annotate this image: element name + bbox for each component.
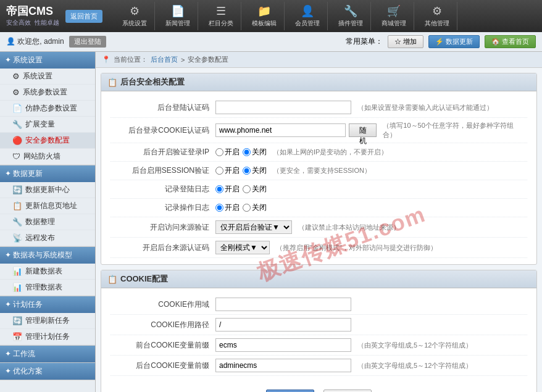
sidebar-section-workflow: ✦ 工作流 bbox=[0, 346, 95, 363]
main-container: ✦ 系统设置 ⚙ 系统设置 ⚙ 系统参数设置 📄 仿静态参数设置 🔧 扩展变量 … bbox=[0, 52, 542, 392]
op-log-close-label[interactable]: 关闭 bbox=[243, 202, 267, 213]
sidebar-section-header-scheduled[interactable]: ✦ 计划任务 bbox=[0, 296, 95, 313]
cookie-domain-input[interactable] bbox=[215, 298, 351, 311]
visit-verify-select[interactable]: 仅开启后台验证▼ bbox=[215, 220, 292, 234]
sidebar-section-data-update: ✦ 数据更新 🔄 数据更新中心 📋 更新信息页地址 🔧 数据整理 📡 远程发布 bbox=[0, 165, 95, 247]
sidebar-item-remote-publish[interactable]: 📡 远程发布 bbox=[0, 230, 95, 246]
form-row-session: 后台启用SESSION验证 开启 关闭 bbox=[110, 162, 527, 180]
login-log-open-label[interactable]: 开启 bbox=[215, 184, 240, 194]
template-icon: 📁 bbox=[257, 4, 271, 18]
update-button[interactable]: ⚡ 数据更新 bbox=[428, 35, 480, 48]
form-row-login-log: 记录登陆日志 开启 关闭 bbox=[110, 180, 527, 199]
top-header: 帝国CMS 安全高效 性能卓越 返回首页 ⚙ 系统设置 📄 新闻管理 ☰ 栏目分… bbox=[0, 0, 542, 32]
login-ip-close-radio[interactable] bbox=[243, 148, 251, 156]
shop-icon: 🛒 bbox=[387, 4, 401, 18]
origin-verify-select[interactable]: 全刚模式▼ bbox=[215, 241, 270, 254]
breadcrumb-home[interactable]: 后台首页 bbox=[151, 55, 178, 64]
form-row-login-verify: 后台登陆认证码 （如果设置登录需要输入此认证码才能通过） bbox=[110, 98, 527, 118]
op-log-open-radio[interactable] bbox=[215, 204, 223, 212]
sidebar-item-security-config[interactable]: 🔴 安全参数配置 bbox=[0, 133, 95, 149]
remote-publish-icon: 📡 bbox=[12, 233, 22, 243]
nav-item-columns[interactable]: ☰ 栏目分类 bbox=[201, 2, 241, 30]
login-log-close-radio[interactable] bbox=[243, 185, 251, 193]
sidebar-item-refresh-task[interactable]: 🔄 管理刷新任务 bbox=[0, 313, 95, 329]
sidebar-item-system-params[interactable]: ⚙ 系统参数设置 bbox=[0, 85, 95, 101]
login-verify-label: 后台登陆认证码 bbox=[117, 102, 215, 113]
form-row-backend-prefix: 后台COOKIE变量前缀 （由英文字母组成,5～12个字符组成） bbox=[110, 356, 527, 376]
logo-title: 帝国CMS bbox=[6, 5, 59, 19]
login-log-close-label[interactable]: 关闭 bbox=[243, 184, 267, 194]
login-ip-open-radio[interactable] bbox=[215, 148, 223, 156]
security-section-box: 📋 后台安全相关配置 后台登陆认证码 （如果设置登录需要输入此认证码才能通过） bbox=[101, 73, 537, 265]
security-section-content: 后台登陆认证码 （如果设置登录需要输入此认证码才能通过） 后台登录COOKIE认… bbox=[101, 91, 536, 264]
sidebar-section-header-system[interactable]: ✦ 系统设置 bbox=[0, 52, 95, 69]
session-close-radio[interactable] bbox=[243, 167, 251, 175]
sidebar-item-system-settings[interactable]: ⚙ 系统设置 bbox=[0, 69, 95, 85]
sidebar-item-ext-vars[interactable]: 🔧 扩展变量 bbox=[0, 117, 95, 133]
sidebar-section-header-data-model[interactable]: ✦ 数据表与系统模型 bbox=[0, 247, 95, 264]
cookie-verify-label: 后台登录COOKIE认证码 bbox=[117, 125, 215, 136]
login-log-radio-group: 开启 关闭 bbox=[215, 184, 267, 194]
login-ip-radio-group: 开启 关闭 bbox=[215, 147, 267, 157]
backend-prefix-input[interactable] bbox=[215, 359, 351, 372]
second-bar: 👤 欢迎您, admin 退出登陆 常用菜单： ☆ 增加 ⚡ 数据更新 🏠 查看… bbox=[0, 32, 542, 52]
backend-prefix-hint: （由英文字母组成,5～12个字符组成） bbox=[357, 361, 472, 370]
session-open-label[interactable]: 开启 bbox=[215, 165, 240, 176]
session-open-radio[interactable] bbox=[215, 167, 223, 175]
random-button[interactable]: 随机 bbox=[349, 123, 377, 137]
login-ip-close-label[interactable]: 关闭 bbox=[243, 147, 267, 157]
nav-icons: ⚙ 系统设置 📄 新闻管理 ☰ 栏目分类 📁 模板编辑 👤 会员管理 🔧 插件管… bbox=[115, 2, 457, 30]
nav-item-system[interactable]: ⚙ 系统设置 bbox=[115, 2, 155, 30]
origin-verify-label: 开启后台来源认证码 bbox=[117, 243, 215, 253]
new-table-icon: 📊 bbox=[12, 267, 22, 276]
op-log-control: 开启 关闭 bbox=[215, 202, 521, 213]
sidebar-item-data-update-center[interactable]: 🔄 数据更新中心 bbox=[0, 182, 95, 198]
security-section-icon: 📋 bbox=[107, 78, 117, 87]
cookie-path-input[interactable] bbox=[215, 318, 351, 332]
reset-button[interactable]: 重置 bbox=[323, 390, 372, 392]
add-button[interactable]: ☆ 增加 bbox=[388, 35, 423, 48]
cookie-domain-control bbox=[215, 298, 521, 311]
op-log-open-label[interactable]: 开启 bbox=[215, 202, 240, 213]
sidebar-section-header-data-update[interactable]: ✦ 数据更新 bbox=[0, 165, 95, 182]
login-verify-input[interactable] bbox=[215, 101, 351, 114]
nav-item-other[interactable]: ⚙ 其他管理 bbox=[417, 2, 457, 30]
sidebar-item-plan-task[interactable]: 📅 管理计划任务 bbox=[0, 329, 95, 345]
plugin-icon: 🔧 bbox=[344, 4, 357, 18]
op-log-close-radio[interactable] bbox=[243, 204, 251, 212]
view-homepage-button[interactable]: 🏠 查看首页 bbox=[485, 35, 536, 48]
login-log-open-radio[interactable] bbox=[215, 185, 223, 193]
sidebar-item-static-params[interactable]: 📄 仿静态参数设置 bbox=[0, 101, 95, 117]
sidebar-item-firewall[interactable]: 🛡 网站防火墙 bbox=[0, 149, 95, 165]
visit-verify-hint: （建议禁止非本站访问地址来源） bbox=[298, 223, 400, 232]
sidebar-section-header-workflow[interactable]: ✦ 工作流 bbox=[0, 346, 95, 362]
login-verify-hint: （如果设置登录需要输入此认证码才能通过） bbox=[357, 103, 493, 112]
data-organize-icon: 🔧 bbox=[12, 217, 22, 227]
form-row-cookie-domain: COOKIE作用域 bbox=[110, 294, 527, 315]
sidebar-item-data-organize[interactable]: 🔧 数据整理 bbox=[0, 214, 95, 230]
form-row-frontend-prefix: 前台COOKIE变量前缀 （由英文字母组成,5～12个字符组成） bbox=[110, 335, 527, 356]
sidebar-item-manage-table[interactable]: 📊 管理数据表 bbox=[0, 280, 95, 296]
sidebar-item-new-table[interactable]: 📊 新建数据表 bbox=[0, 264, 95, 280]
content-area: 📍 当前位置： 后台首页 > 安全参数配置 极速传媒51.com 📋 后台安全相… bbox=[96, 52, 542, 392]
frontend-prefix-input[interactable] bbox=[215, 338, 351, 352]
visit-verify-label: 开启访问来源验证 bbox=[117, 222, 215, 233]
sidebar-section-data-model: ✦ 数据表与系统模型 📊 新建数据表 📊 管理数据表 bbox=[0, 247, 95, 296]
session-label: 后台启用SESSION验证 bbox=[117, 165, 215, 176]
nav-item-plugin[interactable]: 🔧 插件管理 bbox=[331, 2, 371, 30]
logout-button[interactable]: 退出登陆 bbox=[69, 36, 106, 48]
sidebar-item-update-info-url[interactable]: 📋 更新信息页地址 bbox=[0, 198, 95, 214]
session-hint: （更安全，需要支持SESSION） bbox=[273, 166, 371, 175]
login-ip-open-label[interactable]: 开启 bbox=[215, 147, 240, 157]
nav-item-shop[interactable]: 🛒 商城管理 bbox=[374, 2, 414, 30]
sidebar-section-header-optimize[interactable]: ✦ 优化方案 bbox=[0, 363, 95, 380]
nav-item-member[interactable]: 👤 会员管理 bbox=[288, 2, 328, 30]
nav-item-template[interactable]: 📁 模板编辑 bbox=[244, 2, 285, 30]
session-close-label[interactable]: 关闭 bbox=[243, 165, 267, 176]
nav-item-news[interactable]: 📄 新闻管理 bbox=[158, 2, 198, 30]
login-log-control: 开启 关闭 bbox=[215, 184, 521, 194]
home-button[interactable]: 返回首页 bbox=[65, 10, 102, 23]
cookie-verify-input[interactable] bbox=[215, 123, 346, 137]
sidebar-section-optimize: ✦ 优化方案 bbox=[0, 363, 95, 380]
submit-button[interactable]: 设置 bbox=[266, 390, 314, 392]
